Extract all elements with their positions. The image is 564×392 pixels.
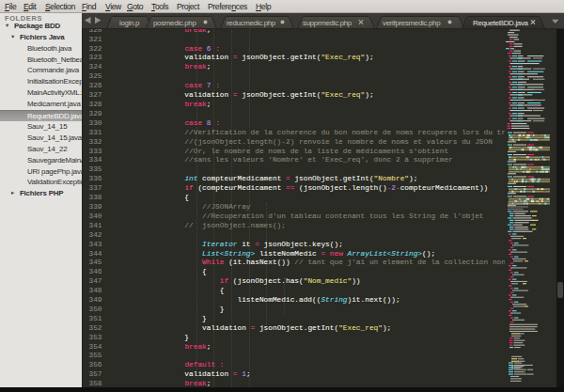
svg-text:supprmedic.php: supprmedic.php — [303, 19, 352, 27]
svg-text:login.p: login.p — [119, 19, 140, 27]
svg-text:RequeteBDD.java: RequeteBDD.java — [473, 19, 529, 27]
svg-text:posmedic.php: posmedic.php — [153, 19, 196, 27]
svg-text:reducmedic.php: reducmedic.php — [227, 19, 276, 27]
svg-text:verifpresmedic.php: verifpresmedic.php — [383, 19, 441, 27]
